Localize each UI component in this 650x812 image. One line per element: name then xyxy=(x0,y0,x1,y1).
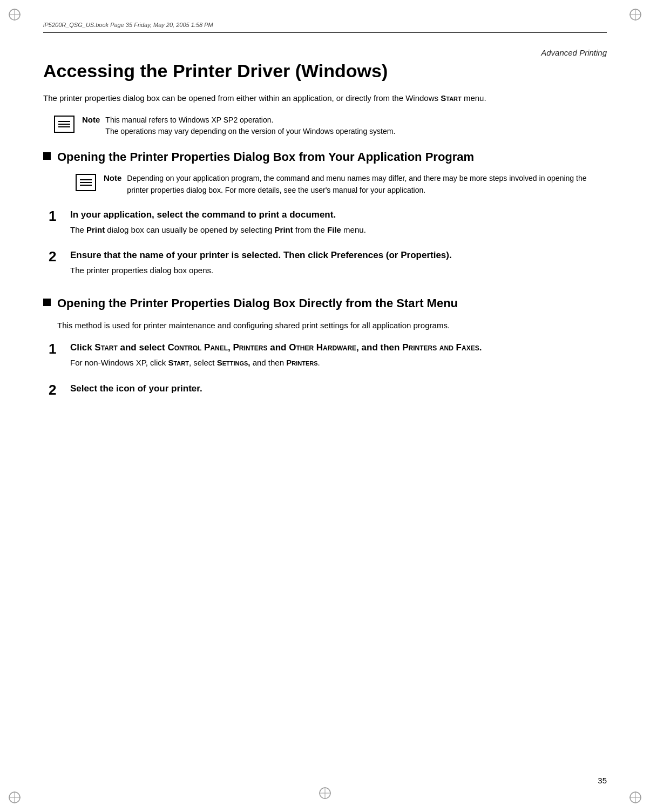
section2-step2: 2 Select the icon of your printer. xyxy=(49,382,607,398)
section-label: Advanced Printing xyxy=(43,48,607,57)
page-number: 35 xyxy=(598,776,607,785)
note-icon-line-2 xyxy=(80,185,92,186)
note-label-2: Note xyxy=(104,173,121,182)
step2-sub: The printer properties dialog box opens. xyxy=(70,265,607,277)
note-icon-lines-2 xyxy=(80,179,92,186)
section1-step2: 2 Ensure that the name of your printer i… xyxy=(49,249,607,286)
section2-heading-text: Opening the Printer Properties Dialog Bo… xyxy=(57,296,458,311)
note-label-1: Note xyxy=(82,115,100,124)
note-icon-inner-1 xyxy=(54,116,75,133)
step-number-2: 2 xyxy=(49,249,70,265)
section1-heading-text: Opening the Printer Properties Dialog Bo… xyxy=(57,150,474,165)
s2-step1-sub: For non-Windows XP, click Start, select … xyxy=(70,357,607,369)
note-text-2: Depending on your application program, t… xyxy=(127,173,607,196)
top-rule xyxy=(43,32,607,33)
corner-mark-tr xyxy=(627,6,644,23)
note-icon-inner-2 xyxy=(76,174,96,191)
step-number: 1 xyxy=(49,208,70,224)
bullet-square-2 xyxy=(43,299,51,306)
note-text-1: This manual refers to Windows XP SP2 ope… xyxy=(105,114,395,138)
step1-sub: The Print dialog box can usually be open… xyxy=(70,224,607,236)
bottom-center-mark xyxy=(317,785,333,803)
section2-step1: 1 Click Start and select Control Panel, … xyxy=(49,341,607,378)
note-icon-2 xyxy=(76,174,96,191)
page-heading: Accessing the Printer Driver (Windows) xyxy=(43,60,607,82)
section2-heading-block: Opening the Printer Properties Dialog Bo… xyxy=(43,296,607,311)
step1-content: In your application, select the command … xyxy=(70,208,607,246)
intro-text: The printer properties dialog box can be… xyxy=(43,92,607,105)
corner-mark-br xyxy=(627,789,644,806)
note-icon-line-2 xyxy=(80,182,92,183)
file-info: iP5200R_QSG_US.book Page 35 Friday, May … xyxy=(43,22,213,28)
note-icon-lines xyxy=(58,121,70,127)
note-icon-line xyxy=(58,121,70,122)
section2-intro: This method is used for printer maintena… xyxy=(57,320,607,332)
section1-step1: 1 In your application, select the comman… xyxy=(49,208,607,246)
section1-heading-block: Opening the Printer Properties Dialog Bo… xyxy=(43,150,607,165)
header-bar: iP5200R_QSG_US.book Page 35 Friday, May … xyxy=(43,22,607,28)
step1-main: In your application, select the command … xyxy=(70,208,607,221)
note-icon-line xyxy=(58,124,70,125)
bullet-square-1 xyxy=(43,152,51,160)
step2-content: Ensure that the name of your printer is … xyxy=(70,249,607,286)
s2-step2-main: Select the icon of your printer. xyxy=(70,382,607,395)
step2-main: Ensure that the name of your printer is … xyxy=(70,249,607,262)
s2-step2-content: Select the icon of your printer. xyxy=(70,382,607,398)
s2-step-number-2: 2 xyxy=(49,382,70,398)
corner-mark-bl xyxy=(6,789,23,806)
note-icon-line xyxy=(58,126,70,127)
s2-step1-content: Click Start and select Control Panel, Pr… xyxy=(70,341,607,378)
s2-step-number-1: 1 xyxy=(49,341,70,357)
corner-mark-tl xyxy=(6,6,23,23)
note-icon-line-2 xyxy=(80,179,92,180)
note-block-1: Note This manual refers to Windows XP SP… xyxy=(54,114,607,138)
s2-step1-main: Click Start and select Control Panel, Pr… xyxy=(70,341,607,354)
page: iP5200R_QSG_US.book Page 35 Friday, May … xyxy=(0,0,650,812)
note-block-2: Note Depending on your application progr… xyxy=(76,173,607,196)
note-icon-1 xyxy=(54,116,75,133)
